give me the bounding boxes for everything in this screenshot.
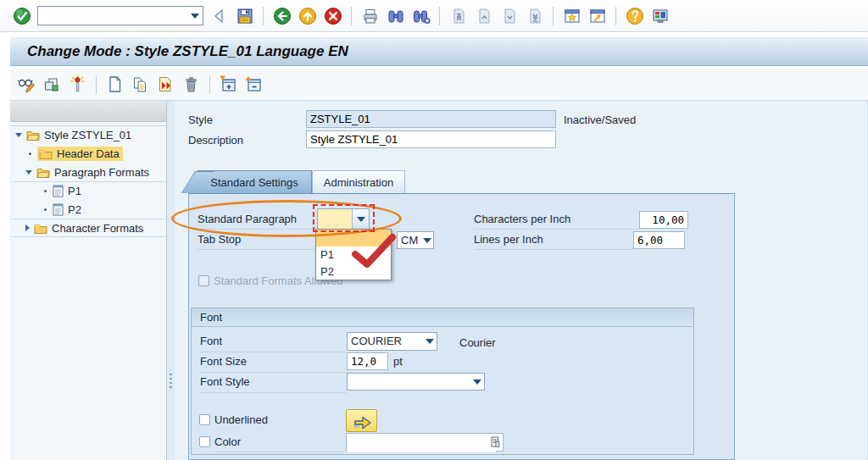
- folder-icon: [34, 223, 47, 234]
- delete-icon[interactable]: [181, 75, 201, 94]
- activate-icon[interactable]: [68, 75, 87, 94]
- chevron-down-icon: [357, 217, 365, 222]
- color-field-wrap: [346, 433, 504, 452]
- new-session-icon[interactable]: [562, 6, 581, 25]
- expand-all-icon[interactable]: [219, 75, 238, 94]
- selected-node-highlight: Header Data: [37, 147, 123, 161]
- collapse-all-icon[interactable]: [244, 75, 264, 94]
- lines-per-inch-label: Lines per Inch: [474, 233, 633, 250]
- find-next-icon[interactable]: [411, 6, 431, 25]
- font-style-combo[interactable]: [347, 373, 485, 391]
- help-icon[interactable]: [625, 6, 644, 25]
- font-size-field[interactable]: [347, 352, 388, 370]
- command-input[interactable]: [38, 7, 187, 25]
- page-title: Change Mode : Style ZSTYLE_01 Language E…: [27, 43, 348, 60]
- tree-node-character-formats[interactable]: Character Formats: [10, 219, 166, 237]
- title-bar: Change Mode : Style ZSTYLE_01 Language E…: [10, 37, 868, 66]
- next-page-icon[interactable]: [499, 6, 519, 25]
- convert-icon[interactable]: [156, 75, 175, 94]
- exit-icon[interactable]: [298, 6, 317, 25]
- tab-standard-settings[interactable]: Standard Settings: [198, 170, 312, 193]
- application-toolbar: [10, 69, 868, 101]
- description-field[interactable]: [306, 130, 556, 148]
- paragraph-format-icon: [53, 203, 64, 216]
- standard-paragraph-label: Standard Paragraph: [198, 213, 318, 230]
- bullet-icon: [44, 208, 47, 211]
- toolbar-separator: [96, 75, 97, 94]
- tab-label: Administration: [324, 176, 393, 189]
- standard-paragraph-combo[interactable]: [317, 208, 370, 230]
- tree-header: [10, 101, 166, 122]
- paragraph-format-icon: [53, 185, 64, 197]
- tree-node-label: Paragraph Formats: [54, 166, 149, 179]
- color-field[interactable]: [347, 434, 496, 452]
- splitter-grip[interactable]: [170, 374, 172, 391]
- tree-node-style[interactable]: Style ZSTYLE_01: [10, 125, 166, 144]
- tree-splitter[interactable]: [167, 101, 175, 460]
- unit-dropdown-button[interactable]: [420, 232, 433, 248]
- style-label: Style: [188, 114, 213, 126]
- tree-node-p1[interactable]: P1: [10, 181, 166, 200]
- tree-node-header-data[interactable]: Header Data: [10, 144, 166, 163]
- dropdown-option-blank[interactable]: [316, 230, 391, 247]
- expander-down-icon[interactable]: [25, 170, 32, 175]
- create-shortcut-icon[interactable]: [587, 6, 607, 25]
- dropdown-option-p1[interactable]: P1: [316, 247, 391, 263]
- style-field[interactable]: [306, 110, 556, 128]
- tab-administration[interactable]: Administration: [312, 170, 405, 193]
- color-checkbox[interactable]: [199, 436, 210, 447]
- color-label: Color: [214, 435, 344, 452]
- toolbar-separator: [263, 7, 264, 25]
- underlined-label: Underlined: [214, 413, 268, 426]
- toolbar-separator: [209, 75, 210, 94]
- expander-down-icon[interactable]: [15, 133, 22, 137]
- command-dropdown-button[interactable]: [187, 7, 203, 25]
- font-style-dropdown-button[interactable]: [470, 374, 484, 390]
- back-icon[interactable]: [272, 6, 292, 25]
- last-page-icon[interactable]: [525, 6, 544, 25]
- previous-page-icon[interactable]: [474, 6, 493, 25]
- underline-options-button[interactable]: [346, 409, 377, 432]
- tree-node-label: Character Formats: [52, 222, 143, 235]
- find-icon[interactable]: [386, 6, 405, 25]
- navigation-tree: Style ZSTYLE_01 Header Data Paragraph Fo…: [10, 101, 167, 460]
- first-page-icon[interactable]: [448, 6, 468, 25]
- chars-per-inch-field[interactable]: [639, 211, 688, 229]
- lines-per-inch-field[interactable]: [633, 231, 685, 249]
- value-help-icon[interactable]: [491, 436, 500, 451]
- folder-open-icon: [36, 167, 50, 178]
- expander-right-icon[interactable]: [25, 224, 30, 231]
- standard-paragraph-dropdown-button[interactable]: [352, 209, 369, 229]
- unit-value: CM: [398, 232, 420, 248]
- hide-command-field-icon[interactable]: [209, 6, 229, 25]
- copy-icon[interactable]: [131, 75, 150, 94]
- create-icon[interactable]: [105, 75, 125, 94]
- save-icon[interactable]: [235, 6, 254, 25]
- underlined-checkbox[interactable]: [199, 414, 210, 425]
- dropdown-option-p2[interactable]: P2: [316, 263, 391, 280]
- tree-node-paragraph-formats[interactable]: Paragraph Formats: [10, 163, 166, 181]
- bullet-icon: [44, 190, 47, 192]
- font-combo[interactable]: COURIER: [347, 332, 437, 351]
- enter-icon[interactable]: [12, 6, 31, 25]
- bullet-icon: [29, 152, 31, 155]
- display-change-icon[interactable]: [17, 75, 36, 94]
- other-style-icon[interactable]: [42, 75, 62, 94]
- description-label: Description: [188, 134, 243, 147]
- toolbar-separator: [351, 7, 352, 25]
- toolbar-separator: [439, 7, 440, 25]
- font-name-display: Courier: [459, 336, 496, 349]
- tab-label: Standard Settings: [210, 176, 298, 189]
- tab-stop-unit-combo[interactable]: CM: [397, 231, 434, 249]
- cancel-icon[interactable]: [323, 6, 342, 25]
- customize-layout-icon[interactable]: [650, 6, 670, 25]
- system-toolbar: [0, 0, 868, 32]
- font-dropdown-button[interactable]: [423, 333, 437, 350]
- folder-open-icon: [26, 130, 40, 141]
- print-icon[interactable]: [360, 6, 380, 25]
- tree-node-p2[interactable]: P2: [10, 200, 166, 219]
- chevron-down-icon: [423, 238, 431, 243]
- standard-formats-checkbox[interactable]: [198, 275, 209, 286]
- chevron-down-icon: [426, 339, 434, 344]
- status-text: Inactive/Saved: [564, 114, 636, 126]
